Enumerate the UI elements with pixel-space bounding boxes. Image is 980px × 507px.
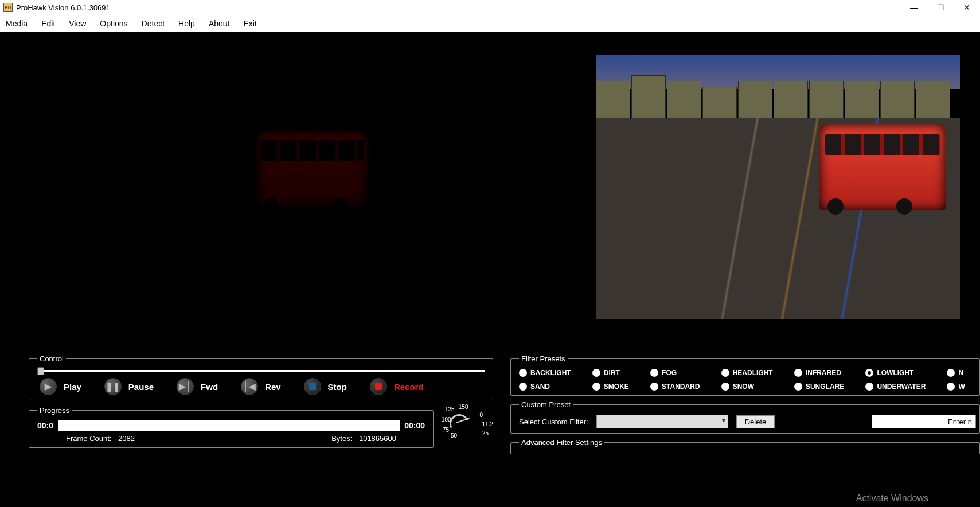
gauge-tick: 0 bbox=[479, 412, 483, 418]
preset-label: FOG bbox=[662, 369, 677, 377]
preset-radio-lowlight[interactable]: LOWLIGHT bbox=[865, 369, 936, 377]
stop-icon bbox=[304, 378, 321, 395]
bus-icon bbox=[819, 124, 946, 210]
menu-help[interactable]: Help bbox=[178, 19, 195, 28]
video-source-pane[interactable] bbox=[20, 55, 473, 319]
close-button[interactable]: ✕ bbox=[954, 0, 980, 15]
preset-label: INFRARED bbox=[806, 369, 841, 377]
custom-filter-select[interactable] bbox=[596, 415, 728, 428]
main-area: Control ▶ Play ❚❚ Pause ▶│ Fwd bbox=[0, 32, 980, 507]
bytes-value: 101865600 bbox=[359, 434, 396, 443]
radio-dot-icon bbox=[794, 383, 802, 391]
filter-presets-panel: Filter Presets BACKLIGHTDIRTFOGHEADLIGHT… bbox=[510, 354, 980, 396]
preset-radio-infrared[interactable]: INFRARED bbox=[794, 369, 856, 377]
preset-radio-w[interactable]: W bbox=[947, 383, 976, 391]
rev-button[interactable]: │◀ Rev bbox=[241, 378, 281, 395]
timeline-thumb[interactable] bbox=[37, 367, 44, 375]
rev-icon: │◀ bbox=[241, 378, 258, 395]
radio-dot-icon bbox=[865, 369, 873, 377]
radio-dot-icon bbox=[592, 383, 600, 391]
preset-label: BACKLIGHT bbox=[530, 369, 571, 377]
advanced-filter-panel: Advanced Filter Settings bbox=[510, 438, 980, 454]
preset-label: SUNGLARE bbox=[806, 383, 844, 391]
radio-dot-icon bbox=[721, 383, 729, 391]
progress-panel: Progress 00:0 00:00 Frame Count: 2082 By… bbox=[29, 406, 434, 448]
record-icon bbox=[370, 378, 387, 395]
custom-preset-legend: Custom Preset bbox=[519, 400, 573, 409]
radio-dot-icon bbox=[947, 369, 955, 377]
progress-time-left: 00:0 bbox=[37, 421, 53, 430]
record-button[interactable]: Record bbox=[370, 378, 424, 395]
window-title: ProHawk Vision 6.0.1.30691 bbox=[16, 3, 110, 12]
radio-dot-icon bbox=[650, 369, 658, 377]
preset-label: N bbox=[958, 369, 963, 377]
windows-activation-watermark: Activate Windows bbox=[856, 493, 928, 504]
minimize-button[interactable]: — bbox=[901, 0, 927, 15]
preset-radio-snow[interactable]: SNOW bbox=[721, 383, 784, 391]
fwd-button[interactable]: ▶│ Fwd bbox=[177, 378, 218, 395]
preset-radio-dirt[interactable]: DIRT bbox=[592, 369, 640, 377]
preset-radio-backlight[interactable]: BACKLIGHT bbox=[519, 369, 582, 377]
advanced-filter-legend: Advanced Filter Settings bbox=[519, 438, 604, 447]
radio-dot-icon bbox=[794, 369, 802, 377]
menubar: Media Edit View Options Detect Help Abou… bbox=[0, 15, 980, 32]
gauge-tick: 75 bbox=[443, 427, 449, 433]
menu-exit[interactable]: Exit bbox=[243, 19, 256, 28]
preset-label: W bbox=[958, 383, 965, 391]
menu-view[interactable]: View bbox=[69, 19, 86, 28]
gauge-tick: 25 bbox=[482, 430, 489, 436]
preset-radio-standard[interactable]: STANDARD bbox=[650, 383, 711, 391]
bytes-label: Bytes: bbox=[331, 434, 352, 443]
video-processed-pane[interactable] bbox=[596, 55, 960, 319]
radio-dot-icon bbox=[947, 383, 955, 391]
stop-button[interactable]: Stop bbox=[304, 378, 347, 395]
progress-time-right: 00:00 bbox=[404, 421, 425, 430]
preset-label: SNOW bbox=[733, 383, 754, 391]
menu-about[interactable]: About bbox=[209, 19, 230, 28]
preset-label: LOWLIGHT bbox=[877, 369, 913, 377]
radio-dot-icon bbox=[519, 383, 527, 391]
preset-radio-fog[interactable]: FOG bbox=[650, 369, 711, 377]
custom-filter-label: Select Custom Filter: bbox=[519, 418, 588, 426]
gauge-tick: 100 bbox=[442, 416, 451, 423]
preset-radio-sand[interactable]: SAND bbox=[519, 383, 582, 391]
preset-radio-sunglare[interactable]: SUNGLARE bbox=[794, 383, 856, 391]
pause-button[interactable]: ❚❚ Pause bbox=[104, 378, 154, 395]
window-controls: — ☐ ✕ bbox=[901, 0, 980, 15]
control-panel: Control ▶ Play ❚❚ Pause ▶│ Fwd bbox=[29, 354, 493, 400]
bus-icon bbox=[255, 130, 370, 210]
gauge-tick: 150 bbox=[459, 404, 468, 410]
preset-radio-smoke[interactable]: SMOKE bbox=[592, 383, 640, 391]
maximize-button[interactable]: ☐ bbox=[927, 0, 954, 15]
menu-detect[interactable]: Detect bbox=[142, 19, 165, 28]
preset-label: SMOKE bbox=[604, 383, 629, 391]
delete-button[interactable]: Delete bbox=[736, 415, 775, 428]
menu-edit[interactable]: Edit bbox=[41, 19, 55, 28]
radio-dot-icon bbox=[721, 369, 729, 377]
preset-label: STANDARD bbox=[662, 383, 700, 391]
fwd-icon: ▶│ bbox=[177, 378, 194, 395]
preset-grid: BACKLIGHTDIRTFOGHEADLIGHTINFRAREDLOWLIGH… bbox=[519, 369, 976, 391]
preset-radio-n[interactable]: N bbox=[947, 369, 976, 377]
preset-label: UNDERWATER bbox=[877, 383, 926, 391]
menu-media[interactable]: Media bbox=[6, 19, 28, 28]
timeline-slider[interactable] bbox=[37, 370, 485, 372]
pause-icon: ❚❚ bbox=[104, 378, 122, 395]
progress-bar[interactable] bbox=[58, 420, 400, 431]
preset-label: HEADLIGHT bbox=[733, 369, 773, 377]
preset-label: SAND bbox=[530, 383, 550, 391]
preset-name-input[interactable] bbox=[872, 415, 976, 428]
frame-count-value: 2082 bbox=[118, 434, 135, 443]
radio-dot-icon bbox=[865, 383, 873, 391]
menu-options[interactable]: Options bbox=[100, 19, 127, 28]
radio-dot-icon bbox=[519, 369, 527, 377]
control-legend: Control bbox=[37, 354, 66, 363]
preset-radio-headlight[interactable]: HEADLIGHT bbox=[721, 369, 784, 377]
filter-presets-legend: Filter Presets bbox=[519, 354, 568, 363]
radio-dot-icon bbox=[650, 383, 658, 391]
play-button[interactable]: ▶ Play bbox=[40, 378, 81, 395]
radio-dot-icon bbox=[592, 369, 600, 377]
app-icon: PH bbox=[3, 3, 13, 12]
custom-preset-panel: Custom Preset Select Custom Filter: Dele… bbox=[510, 400, 980, 434]
preset-radio-underwater[interactable]: UNDERWATER bbox=[865, 383, 936, 391]
